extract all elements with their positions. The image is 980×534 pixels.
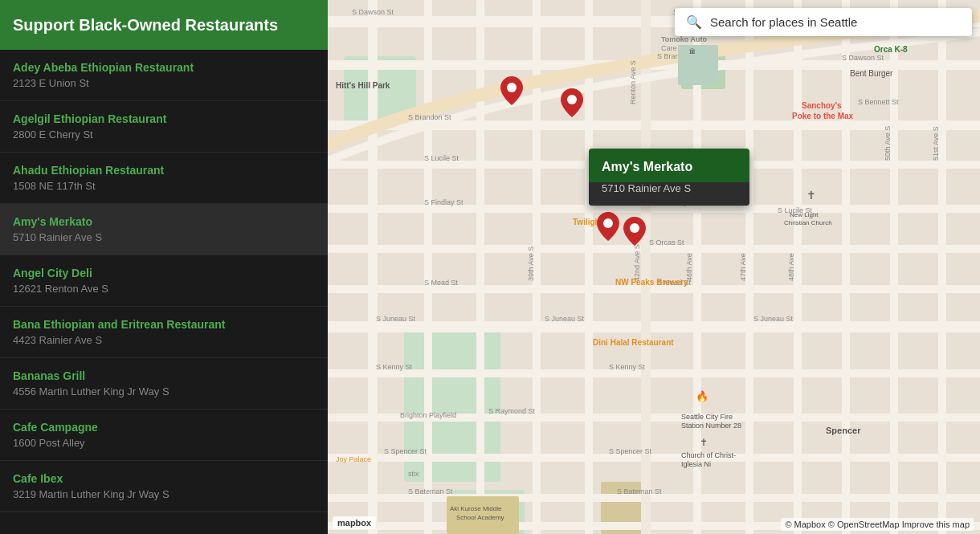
svg-text:S Raymond St: S Raymond St — [488, 407, 536, 415]
svg-text:51st Ave S: 51st Ave S — [932, 126, 940, 161]
svg-text:Bent Burger: Bent Burger — [850, 69, 893, 78]
svg-text:S Lucile St: S Lucile St — [424, 154, 459, 162]
map-pin[interactable] — [500, 76, 523, 105]
restaurant-name: Ahadu Ethiopian Restaurant — [13, 164, 315, 177]
list-item[interactable]: Bana Ethiopian and Eritrean Restaurant44… — [0, 307, 328, 358]
svg-rect-23 — [585, 0, 593, 534]
search-icon: 🔍 — [686, 14, 702, 30]
list-item[interactable]: Adey Abeba Ethiopian Restaurant2123 E Un… — [0, 50, 328, 101]
svg-text:Dini Halal Restaurant: Dini Halal Restaurant — [593, 338, 674, 347]
restaurant-address: 12621 Renton Ave S — [13, 283, 315, 295]
map-attribution: © Mapbox © OpenStreetMap Improve this ma… — [781, 518, 974, 531]
svg-text:School Academy: School Academy — [456, 514, 504, 521]
restaurant-address: 4556 Martin Luther King Jr Way S — [13, 385, 315, 397]
svg-text:47th Ave: 47th Ave — [739, 253, 747, 281]
list-item[interactable]: Angel City Deli12621 Renton Ave S — [0, 255, 328, 307]
svg-text:stix: stix — [408, 470, 419, 478]
svg-text:S Spencer St: S Spencer St — [384, 447, 427, 455]
svg-text:S Brandon St: S Brandon St — [408, 113, 451, 121]
list-item[interactable]: Ahadu Ethiopian Restaurant1508 NE 117th … — [0, 153, 328, 204]
mapbox-label: mapbox — [337, 518, 371, 528]
list-item[interactable]: Cafe Ibex3219 Martin Luther King Jr Way … — [0, 461, 328, 512]
svg-text:Aki Kurose Middle: Aki Kurose Middle — [450, 505, 502, 512]
map-pin[interactable] — [597, 212, 619, 241]
list-item[interactable]: Amy's Merkato5710 Rainier Ave S — [0, 204, 328, 255]
restaurant-address: 1508 NE 117th St — [13, 180, 315, 192]
svg-text:S Spencer St: S Spencer St — [609, 447, 652, 455]
restaurant-name: Angel City Deli — [13, 267, 315, 279]
svg-text:Church of Christ-: Church of Christ- — [681, 451, 736, 459]
svg-rect-21 — [476, 0, 484, 534]
list-item[interactable]: Bananas Grill4556 Martin Luther King Jr … — [0, 358, 328, 410]
search-input[interactable] — [710, 15, 961, 29]
restaurant-address: 4423 Rainier Ave S — [13, 334, 315, 346]
svg-text:Christian Church: Christian Church — [784, 219, 832, 226]
svg-text:S Kenny St: S Kenny St — [376, 363, 413, 371]
restaurant-name: Adey Abeba Ethiopian Restaurant — [13, 61, 315, 74]
restaurant-address: 5710 Rainier Ave S — [13, 231, 315, 243]
svg-text:50th Ave S: 50th Ave S — [884, 126, 892, 161]
svg-text:✝: ✝ — [806, 189, 816, 202]
svg-text:Seattle City Fire: Seattle City Fire — [681, 413, 733, 421]
map-pin[interactable] — [623, 217, 646, 246]
svg-text:S Dawson St: S Dawson St — [842, 54, 884, 62]
sidebar-title: Support Black-Owned Restaurants — [13, 14, 315, 35]
svg-text:S Juneau St: S Juneau St — [545, 315, 585, 323]
restaurant-address: 2800 E Cherry St — [13, 128, 315, 141]
svg-text:✝: ✝ — [700, 437, 708, 448]
svg-text:Brighton Playfield: Brighton Playfield — [400, 411, 456, 419]
popup-title: Amy's Merkato — [589, 149, 749, 182]
svg-text:S Dawson St: S Dawson St — [352, 8, 394, 16]
svg-text:Spencer: Spencer — [826, 426, 861, 435]
svg-text:Joy Palace: Joy Palace — [336, 455, 371, 463]
restaurant-name: Bananas Grill — [13, 369, 315, 382]
restaurant-name: Agelgil Ethiopian Restaurant — [13, 112, 315, 125]
restaurant-name: Cafe Campagne — [13, 421, 315, 434]
svg-point-95 — [630, 223, 639, 233]
svg-text:42nd Ave S: 42nd Ave S — [633, 244, 641, 281]
svg-point-93 — [567, 95, 577, 104]
restaurant-list: Adey Abeba Ethiopian Restaurant2123 E Un… — [0, 50, 328, 534]
svg-rect-30 — [938, 0, 946, 534]
search-bar: 🔍 — [675, 8, 972, 36]
svg-text:46th Ave: 46th Ave — [685, 253, 693, 281]
svg-rect-28 — [842, 0, 850, 534]
restaurant-name: Cafe Ibex — [13, 472, 315, 485]
svg-text:Sanchoy's: Sanchoy's — [802, 101, 842, 110]
svg-text:Iglesia Ni: Iglesia Ni — [681, 460, 711, 468]
map-popup: Amy's Merkato 5710 Rainier Ave S — [589, 149, 749, 206]
svg-rect-86 — [678, 45, 718, 85]
sidebar: Support Black-Owned Restaurants Adey Abe… — [0, 0, 328, 534]
svg-text:S Juneau St: S Juneau St — [753, 315, 794, 323]
restaurant-address: 1600 Post Alley — [13, 437, 315, 449]
svg-point-92 — [507, 83, 517, 92]
svg-text:Renton Ave S: Renton Ave S — [629, 60, 637, 104]
svg-text:Orca K-8: Orca K-8 — [874, 45, 908, 54]
svg-text:NW Peaks Brewery: NW Peaks Brewery — [615, 278, 688, 287]
list-item[interactable]: Cafe Campagne1600 Post Alley — [0, 410, 328, 461]
sidebar-header: Support Black-Owned Restaurants — [0, 0, 328, 50]
svg-rect-19 — [368, 0, 378, 534]
svg-text:🏛: 🏛 — [689, 47, 696, 55]
svg-text:S Bateman St: S Bateman St — [617, 487, 662, 495]
popup-address: 5710 Rainier Ave S — [589, 182, 749, 206]
restaurant-name: Bana Ethiopian and Eritrean Restaurant — [13, 318, 315, 331]
mapbox-logo: mapbox — [333, 516, 376, 529]
svg-text:Hitt's Hill Park: Hitt's Hill Park — [336, 81, 390, 90]
svg-text:48th Ave: 48th Ave — [787, 253, 795, 281]
svg-text:S Juneau St: S Juneau St — [376, 315, 416, 323]
svg-text:🔥: 🔥 — [696, 389, 709, 403]
list-item[interactable]: Agelgil Ethiopian Restaurant2800 E Cherr… — [0, 101, 328, 153]
map-pin[interactable] — [561, 88, 583, 117]
svg-text:39th Ave S: 39th Ave S — [527, 247, 535, 281]
restaurant-name: Amy's Merkato — [13, 215, 315, 228]
restaurant-address: 2123 E Union St — [13, 77, 315, 89]
svg-rect-29 — [890, 0, 898, 534]
restaurant-address: 3219 Martin Luther King Jr Way S — [13, 488, 315, 500]
svg-point-94 — [603, 218, 613, 228]
svg-text:Tomoko Auto: Tomoko Auto — [661, 35, 707, 43]
svg-text:S Bateman St: S Bateman St — [408, 487, 453, 495]
svg-text:S Findlay St: S Findlay St — [424, 198, 463, 206]
svg-text:S Bennett St: S Bennett St — [858, 98, 899, 106]
svg-text:S Mead St: S Mead St — [424, 279, 459, 287]
